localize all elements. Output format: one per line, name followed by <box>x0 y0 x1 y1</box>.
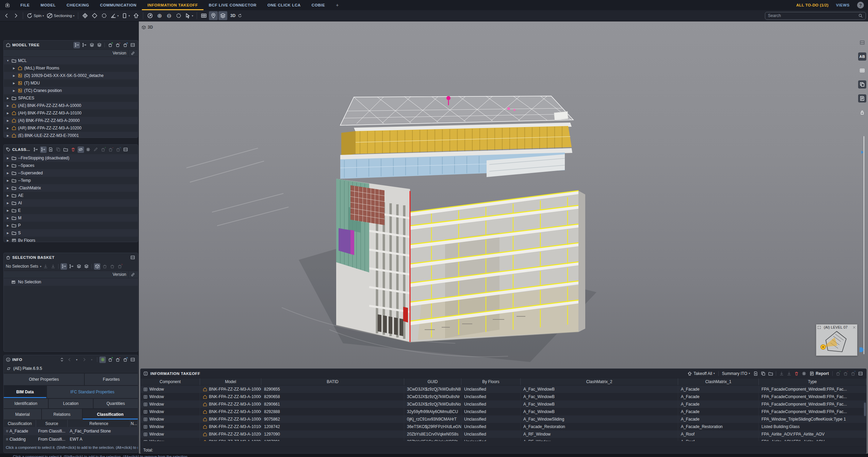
basket-lock-button[interactable] <box>101 263 108 270</box>
spin-button[interactable]: Spin ▾ <box>26 11 45 20</box>
menu-item-bcf-live-connector[interactable]: BCF LIVE CONNECTOR <box>203 0 262 10</box>
selection-sets-dropdown[interactable]: No Selection Sets <box>6 264 38 269</box>
layer-view-button[interactable] <box>76 263 82 270</box>
auto-update-gear-button[interactable] <box>99 357 106 363</box>
zoom-in-button[interactable]: ⊕ <box>155 11 164 20</box>
text-annotation-button[interactable]: AB <box>858 52 866 61</box>
floorplan-minimap[interactable]: (AI) LEVEL 07 <box>816 324 857 356</box>
link-icon[interactable] <box>131 272 135 277</box>
sectioning-button[interactable]: Sectioning ▾ <box>46 11 76 20</box>
elevation-slider[interactable] <box>861 136 866 354</box>
classification-item[interactable]: ▶ E <box>4 207 138 214</box>
menu-item-checking[interactable]: CHECKING <box>61 0 95 10</box>
chevron-down-icon[interactable]: ▾ <box>73 14 75 17</box>
copy-takeoff-button[interactable] <box>760 370 766 377</box>
expander-icon[interactable]: ▶ <box>6 209 10 212</box>
export-view-button[interactable] <box>858 94 866 103</box>
expander-icon[interactable]: ▶ <box>12 74 16 77</box>
basket-set-button[interactable]: = <box>850 370 856 377</box>
expander-icon[interactable]: ▶ <box>6 232 10 235</box>
expander-icon[interactable]: ▶ <box>6 97 10 100</box>
expander-icon[interactable]: ▶ <box>6 217 10 220</box>
expander-icon[interactable]: ▼ <box>6 59 10 62</box>
settings-gear-button[interactable] <box>85 146 92 153</box>
zoom-out-button[interactable]: ⊖ <box>165 11 174 20</box>
expander-icon[interactable]: ▶ <box>6 157 10 160</box>
select-area-button[interactable] <box>90 11 99 20</box>
export-button[interactable] <box>786 370 792 377</box>
tab-bim-data[interactable]: BIM Data <box>4 386 46 398</box>
menu-item-one-click-lca[interactable]: ONE CLICK LCA <box>262 0 306 10</box>
chevron-down-icon[interactable]: ▾ <box>117 14 119 17</box>
expander-icon[interactable]: ▶ <box>6 224 10 227</box>
model-tree-item[interactable]: ▶ (O) 10929-D4S-XX-XX-SK-S-0002_detache <box>4 72 138 79</box>
basket-add-button[interactable]: + <box>835 370 841 377</box>
panel-icon[interactable] <box>858 38 866 47</box>
basket-remove-button[interactable]: − <box>842 370 849 377</box>
expander-icon[interactable]: ▶ <box>6 127 10 130</box>
version-column-header[interactable]: Version <box>113 272 126 277</box>
panel-menu-button[interactable] <box>122 146 129 153</box>
basket-remove-button[interactable]: − <box>114 357 121 363</box>
expander-icon[interactable]: ▶ <box>6 134 10 137</box>
panel-menu-button[interactable] <box>129 357 136 363</box>
model-tree-item[interactable]: ▶ (E) BNK-ULE-ZZ-ZZ-M3-E-70001 <box>4 132 138 138</box>
model-tree-item[interactable]: ▶ SPACES <box>4 94 138 102</box>
hide-unclassified-button[interactable] <box>78 146 84 153</box>
takeoff-all-dropdown[interactable]: Takeoff All▾ <box>686 371 716 376</box>
tab-material[interactable]: Material <box>4 409 41 420</box>
model-tree-item[interactable]: ▶ (AE) BNK-FPA-ZZ-ZZ-M3-A-10000 <box>4 102 138 109</box>
view-tab-3d[interactable]: 3D <box>142 25 153 30</box>
tab-other-properties[interactable]: Other Properties <box>4 374 84 385</box>
export-button[interactable] <box>50 263 56 270</box>
folder-button[interactable] <box>63 146 69 153</box>
model-tree-item[interactable]: ▶ (AI) BNK-FPA-ZZ-ZZ-M3-A-20000 <box>4 117 138 124</box>
classification-item[interactable]: ▶ -ClashMatrix <box>4 184 138 192</box>
model-tree-item[interactable]: ▶ (TC) Cranes position <box>4 87 138 94</box>
table-scrollbar[interactable] <box>864 403 866 416</box>
flat-view-button[interactable] <box>68 263 75 270</box>
expander-icon[interactable]: ▶ <box>6 172 10 175</box>
table-row[interactable]: Window BNK-FPA-ZZ-ZZ-M3-A-10000 9075862 … <box>141 415 866 423</box>
tab-relations[interactable]: Relations <box>42 409 82 420</box>
basket-add-button[interactable]: + <box>107 357 113 363</box>
slider-track[interactable] <box>864 136 864 354</box>
basket-add-button[interactable]: + <box>107 42 113 48</box>
views-link[interactable]: VIEWS <box>836 3 850 7</box>
delete-button[interactable] <box>793 370 800 377</box>
chevron-down-icon[interactable]: ▾ <box>43 14 44 17</box>
lock-view-button[interactable] <box>858 108 866 116</box>
classification-item[interactable]: ▶ --Superseded <box>4 169 138 177</box>
menu-item-model[interactable]: MODEL <box>35 0 61 10</box>
classification-item[interactable]: ▶ M <box>4 214 138 222</box>
panel-menu-button[interactable] <box>857 370 864 377</box>
flat-view-button[interactable] <box>81 42 87 48</box>
undo-button[interactable] <box>2 11 11 20</box>
classification-item[interactable]: ▶ --FireStopping (disactivated) <box>4 154 138 162</box>
classification-item[interactable]: ▶ --Temp <box>4 177 138 184</box>
tab-identification[interactable]: Identification <box>4 399 48 408</box>
tree-view-button[interactable] <box>61 263 67 270</box>
chevron-down-icon[interactable]: ▾ <box>88 357 95 363</box>
chevron-down-icon[interactable]: ▾ <box>40 265 41 268</box>
cursor-select-button[interactable]: ▾ <box>184 11 194 20</box>
zoom-fit-button[interactable] <box>174 11 183 20</box>
pan-button[interactable] <box>146 11 154 20</box>
basket-add-button[interactable]: + <box>100 146 107 153</box>
classification-item[interactable]: ▶ --Spaces <box>4 162 138 169</box>
layers-mode-button[interactable] <box>218 11 227 20</box>
new-classification-button[interactable] <box>48 146 54 153</box>
basket-set-button[interactable]: = <box>122 42 128 48</box>
model-tree-item[interactable]: ▶ (T) MDU <box>4 79 138 87</box>
tab-ifc-standard-properties[interactable]: IFC Standard Properties <box>47 386 138 398</box>
tab-location[interactable]: Location <box>49 399 93 408</box>
table-row[interactable]: Window BNK-FPA-ZZ-ZZ-M3-A-10000 8290658 … <box>141 393 866 400</box>
expander-icon[interactable]: ▶ <box>6 202 10 205</box>
tab-favorites[interactable]: Favorites <box>85 374 138 385</box>
classification-item[interactable]: ▶ AE <box>4 192 138 199</box>
expander-icon[interactable]: ▶ <box>12 89 16 92</box>
panel-menu-button[interactable] <box>129 42 136 48</box>
basket-clear-button[interactable]: × <box>116 263 123 270</box>
expand-icon[interactable] <box>817 326 821 329</box>
menu-item-cobie[interactable]: COBIE <box>306 0 330 10</box>
